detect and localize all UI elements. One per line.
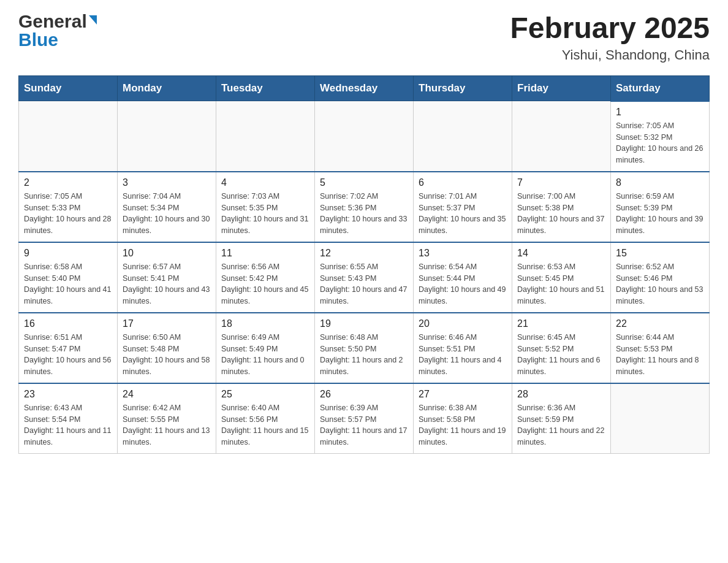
day-info: Sunrise: 6:42 AM Sunset: 5:55 PM Dayligh… — [123, 402, 211, 448]
calendar-cell: 16Sunrise: 6:51 AM Sunset: 5:47 PM Dayli… — [19, 313, 118, 383]
calendar-cell: 22Sunrise: 6:44 AM Sunset: 5:53 PM Dayli… — [611, 313, 710, 383]
calendar-week-row: 16Sunrise: 6:51 AM Sunset: 5:47 PM Dayli… — [19, 313, 710, 383]
day-info: Sunrise: 6:56 AM Sunset: 5:42 PM Dayligh… — [221, 261, 309, 307]
day-number: 24 — [123, 389, 211, 400]
day-info: Sunrise: 7:02 AM Sunset: 5:36 PM Dayligh… — [320, 191, 408, 237]
month-title: February 2025 — [510, 12, 710, 45]
calendar-cell: 13Sunrise: 6:54 AM Sunset: 5:44 PM Dayli… — [414, 242, 512, 313]
calendar-cell: 6Sunrise: 7:01 AM Sunset: 5:37 PM Daylig… — [414, 172, 512, 242]
weekday-header: Wednesday — [315, 75, 414, 101]
day-number: 4 — [221, 177, 309, 188]
day-number: 18 — [221, 318, 309, 329]
calendar-week-row: 9Sunrise: 6:58 AM Sunset: 5:40 PM Daylig… — [19, 242, 710, 313]
logo: General Blue — [18, 12, 97, 50]
day-info: Sunrise: 6:39 AM Sunset: 5:57 PM Dayligh… — [320, 402, 408, 448]
calendar-cell: 1Sunrise: 7:05 AM Sunset: 5:32 PM Daylig… — [611, 101, 710, 172]
calendar-cell: 7Sunrise: 7:00 AM Sunset: 5:38 PM Daylig… — [512, 172, 611, 242]
day-info: Sunrise: 6:44 AM Sunset: 5:53 PM Dayligh… — [616, 332, 704, 378]
weekday-header: Sunday — [19, 75, 118, 101]
day-info: Sunrise: 6:55 AM Sunset: 5:43 PM Dayligh… — [320, 261, 408, 307]
calendar-week-row: 23Sunrise: 6:43 AM Sunset: 5:54 PM Dayli… — [19, 383, 710, 454]
calendar-cell: 11Sunrise: 6:56 AM Sunset: 5:42 PM Dayli… — [216, 242, 315, 313]
day-info: Sunrise: 6:43 AM Sunset: 5:54 PM Dayligh… — [24, 402, 112, 448]
day-number: 16 — [24, 318, 112, 329]
calendar-cell — [315, 101, 414, 172]
calendar-cell: 15Sunrise: 6:52 AM Sunset: 5:46 PM Dayli… — [611, 242, 710, 313]
calendar-cell: 20Sunrise: 6:46 AM Sunset: 5:51 PM Dayli… — [414, 313, 512, 383]
day-info: Sunrise: 6:57 AM Sunset: 5:41 PM Dayligh… — [123, 261, 211, 307]
calendar-cell: 17Sunrise: 6:50 AM Sunset: 5:48 PM Dayli… — [118, 313, 216, 383]
calendar-cell: 4Sunrise: 7:03 AM Sunset: 5:35 PM Daylig… — [216, 172, 315, 242]
calendar-cell — [216, 101, 315, 172]
day-info: Sunrise: 7:05 AM Sunset: 5:32 PM Dayligh… — [616, 120, 704, 166]
day-info: Sunrise: 6:52 AM Sunset: 5:46 PM Dayligh… — [616, 261, 704, 307]
weekday-header: Saturday — [611, 75, 710, 101]
calendar-cell: 18Sunrise: 6:49 AM Sunset: 5:49 PM Dayli… — [216, 313, 315, 383]
calendar-cell: 23Sunrise: 6:43 AM Sunset: 5:54 PM Dayli… — [19, 383, 118, 454]
day-info: Sunrise: 6:49 AM Sunset: 5:49 PM Dayligh… — [221, 332, 309, 378]
calendar-cell: 19Sunrise: 6:48 AM Sunset: 5:50 PM Dayli… — [315, 313, 414, 383]
day-number: 17 — [123, 318, 211, 329]
day-number: 5 — [320, 177, 408, 188]
day-info: Sunrise: 6:54 AM Sunset: 5:44 PM Dayligh… — [419, 261, 507, 307]
calendar-cell — [118, 101, 216, 172]
day-info: Sunrise: 7:00 AM Sunset: 5:38 PM Dayligh… — [517, 191, 605, 237]
day-number: 14 — [517, 248, 605, 259]
calendar-cell: 10Sunrise: 6:57 AM Sunset: 5:41 PM Dayli… — [118, 242, 216, 313]
day-number: 7 — [517, 177, 605, 188]
calendar-cell: 5Sunrise: 7:02 AM Sunset: 5:36 PM Daylig… — [315, 172, 414, 242]
calendar-cell — [512, 101, 611, 172]
day-number: 19 — [320, 318, 408, 329]
day-number: 2 — [24, 177, 112, 188]
day-info: Sunrise: 6:59 AM Sunset: 5:39 PM Dayligh… — [616, 191, 704, 237]
day-number: 15 — [616, 248, 704, 259]
weekday-header: Monday — [118, 75, 216, 101]
day-info: Sunrise: 6:58 AM Sunset: 5:40 PM Dayligh… — [24, 261, 112, 307]
title-block: February 2025 Yishui, Shandong, China — [510, 12, 710, 63]
day-number: 8 — [616, 177, 704, 188]
day-info: Sunrise: 6:46 AM Sunset: 5:51 PM Dayligh… — [419, 332, 507, 378]
day-number: 27 — [419, 389, 507, 400]
day-number: 13 — [419, 248, 507, 259]
calendar-week-row: 1Sunrise: 7:05 AM Sunset: 5:32 PM Daylig… — [19, 101, 710, 172]
weekday-header-row: SundayMondayTuesdayWednesdayThursdayFrid… — [19, 75, 710, 101]
page-header: General Blue February 2025 Yishui, Shand… — [18, 12, 710, 63]
calendar-cell: 25Sunrise: 6:40 AM Sunset: 5:56 PM Dayli… — [216, 383, 315, 454]
day-number: 11 — [221, 248, 309, 259]
logo-blue: Blue — [18, 29, 58, 50]
day-number: 12 — [320, 248, 408, 259]
day-info: Sunrise: 6:53 AM Sunset: 5:45 PM Dayligh… — [517, 261, 605, 307]
calendar-cell — [611, 383, 710, 454]
weekday-header: Friday — [512, 75, 611, 101]
calendar-cell: 3Sunrise: 7:04 AM Sunset: 5:34 PM Daylig… — [118, 172, 216, 242]
calendar-cell — [19, 101, 118, 172]
calendar-cell: 12Sunrise: 6:55 AM Sunset: 5:43 PM Dayli… — [315, 242, 414, 313]
weekday-header: Tuesday — [216, 75, 315, 101]
logo-triangle-icon — [89, 15, 97, 25]
calendar-cell: 21Sunrise: 6:45 AM Sunset: 5:52 PM Dayli… — [512, 313, 611, 383]
day-number: 6 — [419, 177, 507, 188]
calendar-cell — [414, 101, 512, 172]
day-number: 21 — [517, 318, 605, 329]
day-number: 20 — [419, 318, 507, 329]
calendar-table: SundayMondayTuesdayWednesdayThursdayFrid… — [18, 75, 710, 454]
day-info: Sunrise: 7:04 AM Sunset: 5:34 PM Dayligh… — [123, 191, 211, 237]
calendar-cell: 28Sunrise: 6:36 AM Sunset: 5:59 PM Dayli… — [512, 383, 611, 454]
day-info: Sunrise: 6:36 AM Sunset: 5:59 PM Dayligh… — [517, 402, 605, 448]
day-info: Sunrise: 7:05 AM Sunset: 5:33 PM Dayligh… — [24, 191, 112, 237]
day-number: 9 — [24, 248, 112, 259]
day-number: 26 — [320, 389, 408, 400]
day-number: 23 — [24, 389, 112, 400]
day-number: 10 — [123, 248, 211, 259]
calendar-cell: 24Sunrise: 6:42 AM Sunset: 5:55 PM Dayli… — [118, 383, 216, 454]
day-info: Sunrise: 6:40 AM Sunset: 5:56 PM Dayligh… — [221, 402, 309, 448]
day-number: 1 — [616, 107, 704, 118]
day-number: 25 — [221, 389, 309, 400]
calendar-cell: 26Sunrise: 6:39 AM Sunset: 5:57 PM Dayli… — [315, 383, 414, 454]
logo-general: General — [18, 12, 87, 31]
location: Yishui, Shandong, China — [510, 47, 710, 63]
calendar-cell: 8Sunrise: 6:59 AM Sunset: 5:39 PM Daylig… — [611, 172, 710, 242]
day-info: Sunrise: 7:01 AM Sunset: 5:37 PM Dayligh… — [419, 191, 507, 237]
day-info: Sunrise: 7:03 AM Sunset: 5:35 PM Dayligh… — [221, 191, 309, 237]
day-info: Sunrise: 6:51 AM Sunset: 5:47 PM Dayligh… — [24, 332, 112, 378]
